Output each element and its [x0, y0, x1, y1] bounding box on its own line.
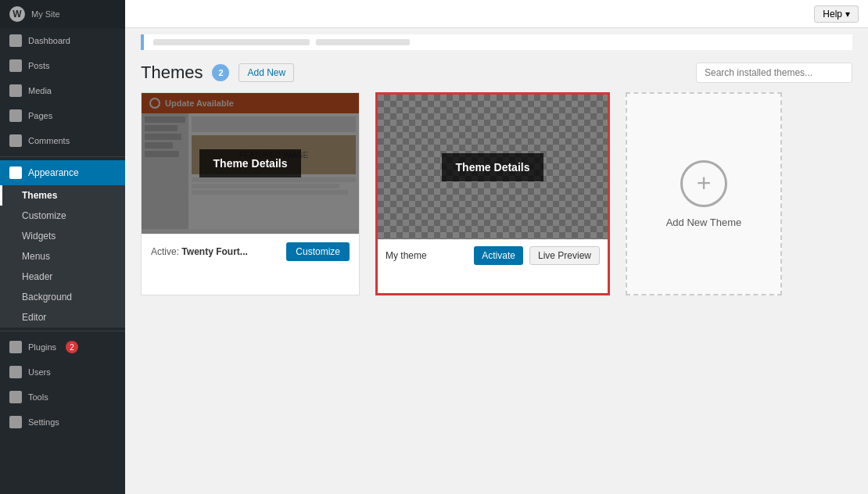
themes-grid: Update Available FEATURED IMAGE	[125, 92, 868, 311]
site-logo[interactable]: W My Site	[0, 0, 125, 28]
sidebar-item-widgets[interactable]: Widgets	[0, 226, 125, 246]
sidebar-item-background[interactable]: Background	[0, 287, 125, 307]
my-theme-footer: My theme Activate Live Preview	[378, 239, 608, 271]
site-name: My Site	[31, 9, 60, 19]
sidebar-item-menus[interactable]: Menus	[0, 246, 125, 267]
customize-button-tf[interactable]: Customize	[286, 242, 350, 261]
sidebar-item-posts[interactable]: Posts	[0, 53, 125, 78]
live-preview-button[interactable]: Live Preview	[529, 246, 600, 265]
sidebar-item-label: Pages	[28, 111, 52, 120]
themes-label: Themes	[22, 190, 57, 201]
sidebar-item-themes[interactable]: Themes	[0, 185, 125, 206]
sidebar-item-header[interactable]: Header	[0, 267, 125, 287]
dashboard-icon	[9, 34, 22, 47]
sidebar-item-label: Plugins	[28, 342, 56, 352]
sidebar-item-media[interactable]: Media	[0, 78, 125, 103]
theme-overlay-tf: Theme Details	[142, 93, 359, 234]
sidebar-item-label: Appearance	[28, 167, 79, 178]
sidebar-item-dashboard[interactable]: Dashboard	[0, 28, 125, 53]
appearance-icon	[9, 166, 22, 179]
menus-label: Menus	[22, 251, 50, 262]
page-header: Themes 2 Add New	[125, 50, 868, 92]
sidebar-item-tools[interactable]: Tools	[0, 385, 125, 410]
sidebar-item-label: Posts	[28, 61, 50, 70]
plugins-badge: 2	[66, 341, 78, 353]
notice-text	[153, 39, 310, 45]
pages-icon	[9, 109, 22, 122]
search-input[interactable]	[696, 63, 852, 83]
theme-card-mytheme[interactable]: Theme Details My theme Activate Live Pre…	[375, 92, 610, 295]
header-label: Header	[22, 271, 52, 282]
add-new-theme-label: Add New Theme	[666, 217, 742, 228]
notice-text-2	[316, 39, 410, 45]
sidebar-item-label: Media	[28, 86, 52, 95]
sidebar-item-label: Dashboard	[28, 36, 70, 45]
theme-details-button-tf[interactable]: Theme Details	[199, 149, 302, 177]
page-title: Themes	[141, 63, 203, 83]
add-new-button[interactable]: Add New	[239, 63, 294, 82]
posts-icon	[9, 59, 22, 72]
activate-button[interactable]: Activate	[474, 246, 523, 265]
top-bar: Help ▾	[125, 0, 868, 28]
background-label: Background	[22, 292, 72, 302]
sidebar-item-customize[interactable]: Customize	[0, 206, 125, 226]
sidebar-divider-2	[0, 331, 125, 331]
main-content: Help ▾ Themes 2 Add New Update Available	[125, 0, 868, 494]
editor-label: Editor	[22, 312, 46, 323]
theme-footer-tf: Active: Twenty Fourt... Customize	[142, 234, 359, 269]
sidebar-item-settings[interactable]: Settings	[0, 410, 125, 435]
media-icon	[9, 84, 22, 97]
content-area: Themes 2 Add New Update Available	[125, 28, 868, 494]
wp-icon: W	[9, 6, 25, 22]
tools-icon	[9, 391, 22, 403]
sidebar-item-label: Settings	[28, 417, 59, 427]
my-theme-name: My theme	[386, 250, 468, 261]
sidebar-item-label: Tools	[28, 392, 48, 402]
settings-icon	[9, 416, 22, 428]
theme-name-tf: Active: Twenty Fourt...	[151, 246, 248, 257]
widgets-label: Widgets	[22, 231, 56, 242]
theme-card-twentyfourteen[interactable]: Update Available FEATURED IMAGE	[141, 92, 360, 295]
chevron-down-icon: ▾	[845, 9, 850, 20]
theme-overlay-mytheme: Theme Details	[378, 95, 608, 239]
sidebar-item-label: Users	[28, 367, 51, 377]
sidebar: W My Site Dashboard Posts Media Pages Co…	[0, 0, 125, 494]
customize-label: Customize	[22, 210, 66, 221]
theme-screenshot-tf: Update Available FEATURED IMAGE	[142, 93, 359, 234]
comments-icon	[9, 134, 22, 147]
sidebar-item-pages[interactable]: Pages	[0, 103, 125, 128]
theme-details-button-mytheme[interactable]: Theme Details	[442, 153, 544, 181]
theme-screenshot-mytheme: Theme Details	[378, 95, 608, 239]
help-button[interactable]: Help ▾	[814, 5, 859, 23]
theme-count-badge: 2	[212, 64, 229, 81]
sidebar-sub-appearance: Themes Customize Widgets Menus Header Ba…	[0, 185, 125, 328]
sidebar-item-label: Comments	[28, 136, 70, 145]
sidebar-item-appearance[interactable]: Appearance	[0, 160, 125, 185]
users-icon	[9, 366, 22, 378]
plugins-icon	[9, 341, 22, 353]
add-new-theme-card[interactable]: + Add New Theme	[626, 92, 782, 295]
sidebar-item-users[interactable]: Users	[0, 360, 125, 385]
update-notice	[141, 34, 852, 50]
sidebar-item-plugins[interactable]: Plugins 2	[0, 335, 125, 360]
sidebar-divider	[0, 156, 125, 157]
plus-circle-icon: +	[680, 160, 727, 207]
sidebar-item-comments[interactable]: Comments	[0, 128, 125, 153]
sidebar-item-editor[interactable]: Editor	[0, 307, 125, 328]
